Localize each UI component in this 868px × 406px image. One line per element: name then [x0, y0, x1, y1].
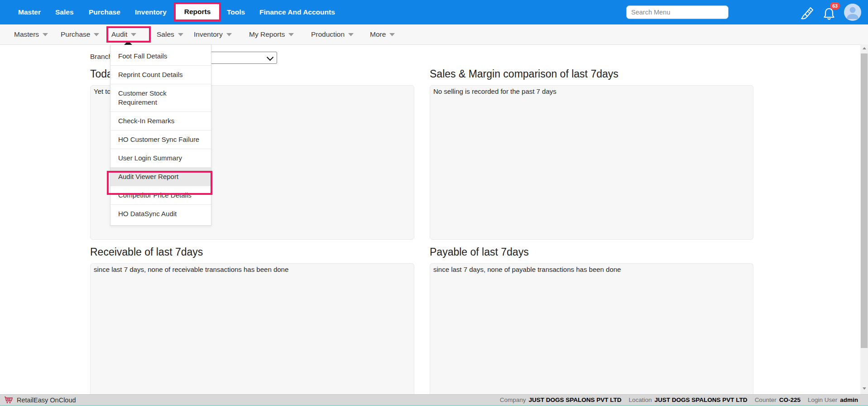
scroll-up-arrow[interactable]	[860, 44, 868, 52]
location-value: JUST DOGS SPALONS PVT LTD	[655, 396, 748, 403]
menu-item-masters[interactable]: Masters	[14, 24, 48, 44]
menu-item-label: Sales	[157, 30, 174, 38]
sales-margin-heading: Sales & Margin comparison of last 7days	[430, 68, 619, 80]
chevron-down-icon	[131, 33, 136, 36]
menu-item-label: Purchase	[61, 30, 90, 38]
chevron-down-icon	[43, 33, 48, 36]
counter-label: Counter	[755, 396, 777, 403]
top-nav-bar: Master Sales Purchase Inventory Reports …	[0, 0, 868, 24]
dropdown-item-competitor-price-details[interactable]: Competitor Price Details	[110, 186, 211, 204]
chevron-down-icon	[226, 33, 232, 36]
chevron-down-icon	[389, 33, 395, 36]
dropdown-item-reprint-count-details[interactable]: Reprint Count Details	[110, 65, 211, 84]
app-name: RetailEasy OnCloud	[17, 396, 76, 404]
nav-item-tools[interactable]: Tools	[227, 0, 245, 24]
panel-receivable: since last 7 days, none of receivable tr…	[90, 263, 414, 394]
menu-item-more[interactable]: More	[370, 24, 395, 44]
receivable-heading: Receivable of last 7days	[90, 246, 203, 258]
menu-item-sales[interactable]: Sales	[157, 24, 183, 44]
dropdown-item-foot-fall-details[interactable]: Foot Fall Details	[110, 47, 211, 65]
today-section-heading-truncated: Toda	[90, 68, 113, 80]
svg-text:RE: RE	[7, 397, 11, 401]
dropdown-caret-icon	[124, 41, 132, 45]
chevron-down-icon	[288, 33, 294, 36]
location-label: Location	[629, 396, 652, 403]
paintbrush-icon[interactable]	[800, 6, 814, 19]
login-user-value: admin	[840, 396, 858, 403]
company-value: JUST DOGS SPALONS PVT LTD	[529, 396, 622, 403]
menu-item-label: Masters	[14, 30, 39, 38]
nav-item-sales[interactable]: Sales	[55, 0, 74, 24]
login-user-label: Login User	[808, 396, 837, 403]
counter-value: CO-225	[779, 396, 801, 403]
dropdown-item-ho-customer-sync-failure[interactable]: HO Customer Sync Failure	[110, 130, 211, 149]
chevron-down-icon	[348, 33, 354, 36]
audit-dropdown-menu: Foot Fall Details Reprint Count Details …	[110, 44, 211, 226]
menu-item-purchase[interactable]: Purchase	[61, 24, 99, 44]
chevron-down-icon	[178, 33, 183, 36]
nav-item-master[interactable]: Master	[18, 0, 41, 24]
select-chevron-icon	[267, 54, 274, 61]
menu-item-label: More	[370, 30, 386, 38]
branch-label: Branch	[90, 53, 112, 61]
dropdown-item-check-in-remarks[interactable]: Check-In Remarks	[110, 111, 211, 130]
scroll-down-arrow[interactable]	[860, 385, 868, 392]
company-label: Company	[500, 396, 526, 403]
session-info: Company JUST DOGS SPALONS PVT LTD Locati…	[500, 395, 858, 405]
search-input[interactable]	[626, 5, 729, 19]
panel-body-text: since last 7 days, none of payable trans…	[430, 264, 753, 275]
search-menu-box	[626, 5, 729, 19]
payable-heading: Payable of last 7days	[430, 246, 529, 258]
status-bar: RE RetailEasy OnCloud Company JUST DOGS …	[0, 394, 868, 405]
menu-item-my-reports[interactable]: My Reports	[249, 24, 294, 44]
panel-sales-margin: No selling is recorded for the past 7 da…	[430, 85, 753, 240]
menu-item-production[interactable]: Production	[311, 24, 354, 44]
dropdown-item-user-login-summary[interactable]: User Login Summary	[110, 149, 211, 167]
menu-item-label: Audit	[111, 30, 127, 38]
dropdown-item-ho-datasync-audit[interactable]: HO DataSync Audit	[110, 204, 211, 223]
vertical-scrollbar[interactable]	[860, 44, 868, 394]
panel-payable: since last 7 days, none of payable trans…	[430, 263, 753, 394]
chevron-down-icon	[94, 33, 99, 36]
panel-body-text: No selling is recorded for the past 7 da…	[430, 86, 753, 97]
panel-body-text: since last 7 days, none of receivable tr…	[91, 264, 414, 275]
app-window: Master Sales Purchase Inventory Reports …	[0, 0, 868, 406]
user-avatar[interactable]	[844, 4, 861, 21]
menu-item-label: Inventory	[194, 30, 223, 38]
avatar-person-icon	[844, 4, 861, 21]
dropdown-item-audit-viewer-report[interactable]: Audit Viewer Report	[110, 167, 211, 186]
scrollbar-thumb[interactable]	[861, 53, 868, 348]
menu-item-inventory[interactable]: Inventory	[194, 24, 232, 44]
notification-count-badge: 63	[830, 2, 840, 10]
retaileasy-logo: RE	[4, 396, 14, 404]
nav-item-inventory[interactable]: Inventory	[135, 0, 167, 24]
menu-item-label: My Reports	[249, 30, 285, 38]
nav-item-purchase[interactable]: Purchase	[89, 0, 120, 24]
menu-item-label: Production	[311, 30, 345, 38]
dropdown-item-customer-stock-requirement[interactable]: Customer Stock Requirement	[110, 84, 211, 111]
nav-item-reports-active[interactable]: Reports	[174, 2, 221, 21]
nav-item-finance-and-accounts[interactable]: Finance And Accounts	[259, 0, 335, 24]
